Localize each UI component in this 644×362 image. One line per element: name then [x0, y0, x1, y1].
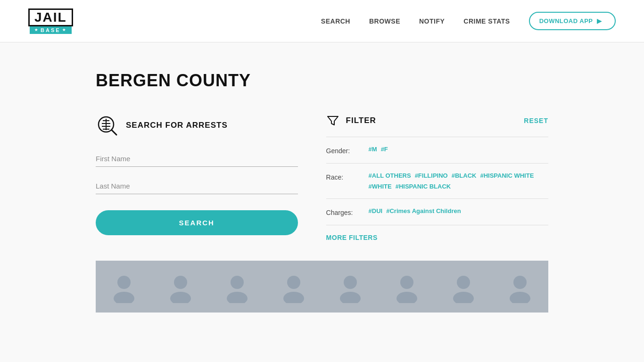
filter-tag-dui[interactable]: #DUI [369, 207, 383, 216]
download-app-button[interactable]: DOWNLOAD APP ▶ [529, 12, 616, 30]
filter-tag-crimes-against-children[interactable]: #Crimes Against Children [386, 207, 461, 216]
site-header: JAIL ★ BASE ★ SEARCH BROWSE NOTIFY CRIME… [0, 0, 644, 42]
filter-tag-all-others[interactable]: #ALL OTHERS [369, 172, 411, 179]
filter-panel-header: FILTER RESET [326, 114, 548, 127]
filter-panel: FILTER RESET Gender: #M #F Race: #ALL OT… [326, 114, 548, 242]
svg-point-16 [340, 292, 361, 303]
svg-point-7 [117, 276, 131, 289]
svg-point-9 [174, 276, 187, 289]
filter-tag-f[interactable]: #F [381, 146, 388, 155]
filter-gender-label: Gender: [326, 146, 359, 155]
filter-panel-title: FILTER [346, 116, 376, 125]
nav-search[interactable]: SEARCH [321, 17, 350, 25]
filter-race-label: Race: [326, 172, 359, 190]
avatars-row [96, 261, 548, 313]
svg-point-19 [457, 276, 470, 289]
page-title: BERGEN COUNTY [96, 71, 548, 90]
logo-base-text: ★ BASE ★ [30, 26, 72, 34]
reset-filter-button[interactable]: RESET [524, 117, 548, 124]
svg-point-8 [114, 292, 134, 303]
avatar-placeholder[interactable] [152, 261, 209, 313]
first-name-input[interactable] [96, 151, 298, 167]
filter-tag-black[interactable]: #BLACK [452, 172, 477, 179]
more-filters-button[interactable]: MORE FILTERS [326, 234, 378, 241]
nav-browse[interactable]: BROWSE [369, 17, 400, 25]
site-logo[interactable]: JAIL ★ BASE ★ [28, 8, 73, 34]
search-panel-title: SEARCH FOR ARRESTS [126, 121, 228, 130]
filter-icon [326, 114, 339, 127]
filter-row-gender: Gender: #M #F [326, 137, 548, 163]
two-column-layout: SEARCH FOR ARRESTS SEARCH FILTER [96, 114, 548, 242]
svg-point-22 [510, 292, 530, 303]
main-content: BERGEN COUNTY SEARCH FOR ARRESTS [86, 42, 558, 331]
svg-point-20 [453, 292, 474, 303]
filter-row-race: Race: #ALL OTHERS #FILLIPINO #BLACK #HIS… [326, 163, 548, 198]
svg-line-6 [112, 130, 116, 135]
download-app-label: DOWNLOAD APP [539, 17, 593, 25]
avatar-placeholder[interactable] [209, 261, 265, 313]
filter-tag-white[interactable]: #WHITE [369, 183, 392, 190]
filter-tag-hispanic-black[interactable]: #HISPANIC BLACK [396, 183, 451, 190]
search-button[interactable]: SEARCH [96, 210, 298, 235]
search-panel-header: SEARCH FOR ARRESTS [96, 114, 298, 137]
filter-tag-fillipino[interactable]: #FILLIPINO [415, 172, 448, 179]
svg-point-12 [227, 292, 248, 303]
filter-tag-hispanic-white[interactable]: #HISPANIC WHITE [480, 172, 534, 179]
svg-point-10 [170, 292, 191, 303]
last-name-group [96, 178, 298, 194]
filter-race-tags: #ALL OTHERS #FILLIPINO #BLACK #HISPANIC … [369, 172, 548, 190]
avatar-placeholder[interactable] [492, 261, 548, 313]
svg-point-13 [287, 276, 300, 289]
nav-crime-stats[interactable]: CRIME STATS [463, 17, 510, 25]
svg-point-18 [396, 292, 417, 303]
svg-point-14 [283, 292, 304, 303]
avatar-placeholder[interactable] [435, 261, 492, 313]
svg-point-15 [344, 276, 357, 289]
avatar-placeholder[interactable] [379, 261, 435, 313]
filter-gender-tags: #M #F [369, 146, 548, 155]
play-icon: ▶ [597, 17, 602, 25]
search-arrests-icon [96, 114, 118, 137]
first-name-group [96, 151, 298, 167]
filter-header-left: FILTER [326, 114, 376, 127]
avatar-placeholder[interactable] [322, 261, 379, 313]
filter-tag-m[interactable]: #M [369, 146, 377, 155]
filter-charges-label: Charges: [326, 207, 359, 216]
main-nav: SEARCH BROWSE NOTIFY CRIME STATS DOWNLOA… [321, 12, 616, 30]
filter-row-charges: Charges: #DUI #Crimes Against Children [326, 198, 548, 225]
last-name-input[interactable] [96, 178, 298, 194]
search-panel: SEARCH FOR ARRESTS SEARCH [96, 114, 298, 235]
logo-jail-text: JAIL [28, 8, 73, 26]
nav-notify[interactable]: NOTIFY [419, 17, 445, 25]
svg-point-21 [513, 276, 527, 289]
svg-point-11 [231, 276, 244, 289]
svg-point-17 [400, 276, 413, 289]
filter-charges-tags: #DUI #Crimes Against Children [369, 207, 548, 216]
avatar-placeholder[interactable] [96, 261, 152, 313]
avatar-placeholder[interactable] [265, 261, 322, 313]
